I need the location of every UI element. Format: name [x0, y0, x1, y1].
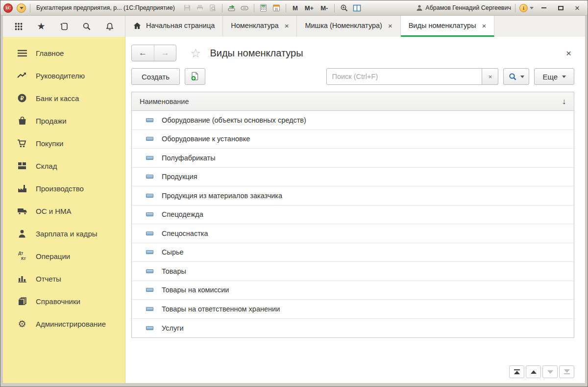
search-icon[interactable] [79, 19, 94, 34]
table-row[interactable]: Товары на ответственном хранении [132, 300, 574, 319]
history-icon[interactable] [57, 19, 72, 34]
scroll-to-top-button[interactable] [509, 365, 524, 378]
sidebar-item-glavnoe[interactable]: Главное [3, 42, 125, 64]
table-row[interactable]: Оборудование (объекты основных средств) [132, 111, 574, 130]
chevron-down-icon[interactable] [530, 7, 534, 9]
scroll-up-button[interactable] [526, 365, 541, 378]
arrow-down-icon [547, 370, 553, 374]
forward-button[interactable]: → [154, 45, 176, 61]
info-icon[interactable]: i [519, 4, 528, 12]
table-row[interactable]: Спецоснастка [132, 224, 574, 243]
scroll-down-button[interactable] [542, 365, 558, 378]
favorite-star-icon[interactable]: ☆ [190, 47, 201, 59]
tab-close-icon[interactable]: × [482, 22, 487, 29]
memory-m-plus-button[interactable]: M+ [302, 4, 316, 12]
calendar-icon[interactable]: 31 [271, 3, 282, 13]
calculator-icon[interactable] [258, 3, 269, 13]
sidebar-item-label: Руководителю [36, 72, 85, 80]
list-element-icon [146, 156, 153, 160]
app-window: 1С Бухгалтерия предприятия, р... (1С:Пре… [0, 0, 588, 387]
sidebar-item-label: Операции [36, 252, 70, 260]
sidebar-item-operacii[interactable]: Дт Кт Операции [3, 245, 125, 267]
table-row[interactable]: Оборудование к установке [132, 130, 574, 149]
sort-descending-icon[interactable]: ↓ [562, 97, 566, 106]
zoom-icon[interactable] [339, 3, 349, 13]
tab-close-icon[interactable]: × [388, 22, 392, 29]
search-clear-button[interactable]: × [482, 68, 498, 85]
scroll-to-bottom-button[interactable] [559, 365, 574, 378]
tab-vidy-nomenklatury[interactable]: Виды номенклатуры × [401, 16, 495, 37]
sidebar-item-sklad[interactable]: Склад [3, 155, 125, 177]
person-icon [17, 230, 27, 238]
sidebar-item-label: Главное [36, 49, 64, 57]
sidebar-item-pokupki[interactable]: Покупки [3, 132, 125, 155]
sidebar-item-rukovoditelyu[interactable]: Руководителю [3, 64, 125, 87]
search-options-button[interactable] [503, 68, 529, 85]
close-window-button[interactable]: × [571, 3, 584, 13]
tab-home[interactable]: Начальная страница [125, 16, 223, 37]
create-group-button[interactable] [185, 68, 205, 85]
current-user[interactable]: Абрамов Геннадий Сергеевич [416, 4, 511, 11]
get-link-icon[interactable] [239, 3, 250, 13]
sidebar-item-zarplata-i-kadry[interactable]: Зарплата и кадры [3, 222, 125, 245]
sidebar-item-os-i-nma[interactable]: ОС и НМА [3, 200, 125, 222]
table-row[interactable]: Продукция из материалов заказчика [132, 186, 574, 206]
go-to-link-icon[interactable] [226, 3, 237, 13]
tab-close-icon[interactable]: × [285, 22, 289, 29]
row-label: Услуги [162, 324, 184, 332]
table-row[interactable]: Спецодежда [132, 206, 574, 225]
user-name: Абрамов Геннадий Сергеевич [425, 4, 511, 11]
row-label: Спецодежда [162, 210, 203, 218]
arrow-up-icon [514, 371, 520, 374]
form-header: ← → ☆ Виды номенклатуры × [131, 43, 574, 63]
notifications-bell-icon[interactable] [102, 19, 117, 34]
row-label: Товары [162, 267, 186, 275]
print-icon[interactable] [195, 3, 205, 13]
list-element-icon [146, 212, 153, 216]
save-icon[interactable] [182, 3, 193, 13]
main-menu-button[interactable] [17, 3, 26, 13]
sidebar-item-proizvodstvo[interactable]: Производство [3, 177, 125, 200]
favorites-star-icon[interactable]: ★ [34, 19, 49, 34]
maximize-icon [558, 6, 564, 10]
factory-icon [17, 184, 27, 193]
table-row[interactable]: Услуги [132, 319, 574, 338]
split-window-icon[interactable] [351, 3, 362, 13]
main-area: Главное Руководителю ₽ Банк и касса Прод… [3, 37, 585, 383]
more-button[interactable]: Еще [534, 68, 574, 85]
divider [334, 4, 335, 12]
table-header[interactable]: Наименование ↓ [132, 92, 574, 111]
sidebar-item-bank-i-kassa[interactable]: ₽ Банк и касса [3, 87, 125, 109]
search-input[interactable] [326, 68, 482, 85]
table-row[interactable]: Сырье [132, 243, 574, 262]
back-button[interactable]: ← [132, 45, 154, 61]
maximize-button[interactable] [554, 3, 567, 13]
form-close-button[interactable]: × [563, 48, 574, 59]
sections-tool-strip: ★ [3, 16, 125, 37]
gear-icon: ⚙ [17, 319, 27, 329]
create-button[interactable]: Создать [131, 68, 180, 85]
row-label: Сырье [162, 248, 184, 256]
all-sections-grid-icon[interactable] [11, 19, 26, 34]
table-row[interactable]: Продукция [132, 168, 574, 187]
tab-mishka-nomenklatura[interactable]: Мишка (Номенклатура) × [297, 16, 400, 37]
memory-m-button[interactable]: M [290, 4, 300, 12]
sidebar-item-label: Производство [36, 184, 84, 193]
table-row[interactable]: Товары на комиссии [132, 281, 574, 300]
sidebar-item-prodazhi[interactable]: Продажи [3, 109, 125, 132]
row-label: Спецоснастка [162, 230, 208, 237]
table-row[interactable]: Товары [132, 262, 574, 281]
dtkt-icon: Дт Кт [17, 251, 27, 261]
tab-label: Виды номенклатуры [409, 22, 476, 29]
tab-nomenklatura[interactable]: Номенклатура × [223, 16, 297, 37]
sidebar-item-otchety[interactable]: Отчеты [3, 267, 125, 290]
table-row[interactable]: Полуфабрикаты [132, 149, 574, 168]
sidebar-item-administrirovanie[interactable]: ⚙ Администрирование [3, 312, 125, 335]
preview-icon[interactable] [207, 3, 218, 13]
memory-m-minus-button[interactable]: M- [318, 4, 330, 12]
row-label: Оборудование к установке [162, 135, 250, 143]
row-label: Товары на ответственном хранении [162, 305, 280, 313]
close-icon: × [575, 4, 580, 12]
sidebar-item-spravochniki[interactable]: Справочники [3, 290, 125, 312]
minimize-button[interactable] [538, 3, 550, 13]
